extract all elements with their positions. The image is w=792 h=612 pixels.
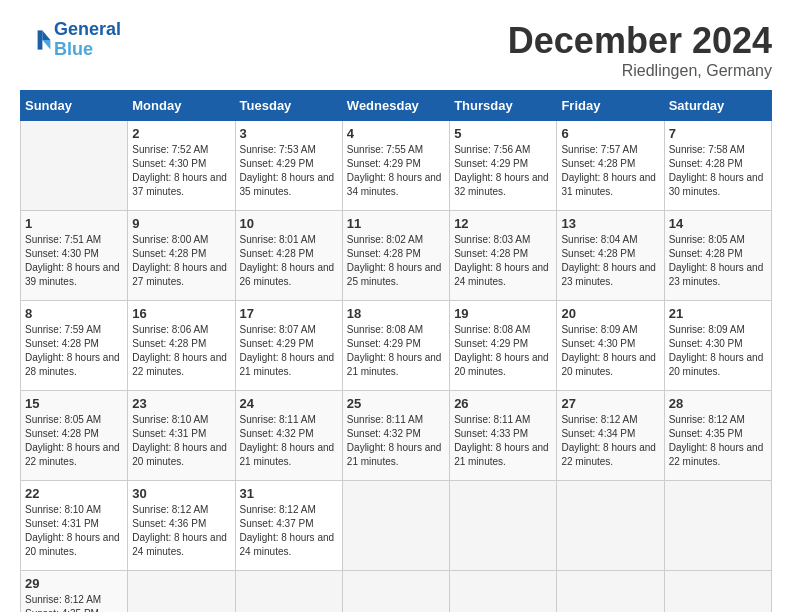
day-info: Sunrise: 7:57 AMSunset: 4:28 PMDaylight:… <box>561 143 659 199</box>
day-info: Sunrise: 7:55 AMSunset: 4:29 PMDaylight:… <box>347 143 445 199</box>
table-row: 17Sunrise: 8:07 AMSunset: 4:29 PMDayligh… <box>235 301 342 391</box>
table-row: 10Sunrise: 8:01 AMSunset: 4:28 PMDayligh… <box>235 211 342 301</box>
day-info: Sunrise: 8:01 AMSunset: 4:28 PMDaylight:… <box>240 233 338 289</box>
table-row <box>664 571 771 613</box>
table-row: 20Sunrise: 8:09 AMSunset: 4:30 PMDayligh… <box>557 301 664 391</box>
day-info: Sunrise: 7:52 AMSunset: 4:30 PMDaylight:… <box>132 143 230 199</box>
table-row: 1Sunrise: 7:51 AMSunset: 4:30 PMDaylight… <box>21 211 128 301</box>
day-number: 5 <box>454 126 552 141</box>
table-row <box>664 481 771 571</box>
day-number: 22 <box>25 486 123 501</box>
day-number: 20 <box>561 306 659 321</box>
table-row: 23Sunrise: 8:10 AMSunset: 4:31 PMDayligh… <box>128 391 235 481</box>
table-row: 11Sunrise: 8:02 AMSunset: 4:28 PMDayligh… <box>342 211 449 301</box>
day-info: Sunrise: 8:12 AMSunset: 4:34 PMDaylight:… <box>561 413 659 469</box>
table-row: 3Sunrise: 7:53 AMSunset: 4:29 PMDaylight… <box>235 121 342 211</box>
day-info: Sunrise: 8:10 AMSunset: 4:31 PMDaylight:… <box>132 413 230 469</box>
table-row <box>557 571 664 613</box>
table-row <box>128 571 235 613</box>
day-info: Sunrise: 7:53 AMSunset: 4:29 PMDaylight:… <box>240 143 338 199</box>
table-row <box>450 481 557 571</box>
header-friday: Friday <box>557 91 664 121</box>
day-number: 7 <box>669 126 767 141</box>
day-info: Sunrise: 8:12 AMSunset: 4:37 PMDaylight:… <box>240 503 338 559</box>
page-header: General Blue December 2024 Riedlingen, G… <box>20 20 772 80</box>
header-monday: Monday <box>128 91 235 121</box>
calendar-table: Sunday Monday Tuesday Wednesday Thursday… <box>20 90 772 612</box>
day-info: Sunrise: 8:03 AMSunset: 4:28 PMDaylight:… <box>454 233 552 289</box>
day-number: 9 <box>132 216 230 231</box>
calendar-row: 22Sunrise: 8:10 AMSunset: 4:31 PMDayligh… <box>21 481 772 571</box>
day-number: 6 <box>561 126 659 141</box>
table-row: 5Sunrise: 7:56 AMSunset: 4:29 PMDaylight… <box>450 121 557 211</box>
day-number: 30 <box>132 486 230 501</box>
header-thursday: Thursday <box>450 91 557 121</box>
svg-marker-3 <box>38 30 43 49</box>
table-row: 16Sunrise: 8:06 AMSunset: 4:28 PMDayligh… <box>128 301 235 391</box>
table-row: 31Sunrise: 8:12 AMSunset: 4:37 PMDayligh… <box>235 481 342 571</box>
day-info: Sunrise: 8:09 AMSunset: 4:30 PMDaylight:… <box>561 323 659 379</box>
calendar-row: 29Sunrise: 8:12 AMSunset: 4:35 PMDayligh… <box>21 571 772 613</box>
day-info: Sunrise: 8:08 AMSunset: 4:29 PMDaylight:… <box>454 323 552 379</box>
table-row <box>450 571 557 613</box>
table-row: 21Sunrise: 8:09 AMSunset: 4:30 PMDayligh… <box>664 301 771 391</box>
day-info: Sunrise: 8:02 AMSunset: 4:28 PMDaylight:… <box>347 233 445 289</box>
day-number: 16 <box>132 306 230 321</box>
day-number: 18 <box>347 306 445 321</box>
day-info: Sunrise: 7:59 AMSunset: 4:28 PMDaylight:… <box>25 323 123 379</box>
day-number: 23 <box>132 396 230 411</box>
table-row: 2Sunrise: 7:52 AMSunset: 4:30 PMDaylight… <box>128 121 235 211</box>
day-number: 10 <box>240 216 338 231</box>
table-row <box>21 121 128 211</box>
day-info: Sunrise: 7:51 AMSunset: 4:30 PMDaylight:… <box>25 233 123 289</box>
table-row <box>557 481 664 571</box>
day-number: 12 <box>454 216 552 231</box>
day-info: Sunrise: 8:11 AMSunset: 4:32 PMDaylight:… <box>347 413 445 469</box>
table-row: 6Sunrise: 7:57 AMSunset: 4:28 PMDaylight… <box>557 121 664 211</box>
day-number: 28 <box>669 396 767 411</box>
day-number: 27 <box>561 396 659 411</box>
day-info: Sunrise: 8:10 AMSunset: 4:31 PMDaylight:… <box>25 503 123 559</box>
day-info: Sunrise: 8:06 AMSunset: 4:28 PMDaylight:… <box>132 323 230 379</box>
table-row: 9Sunrise: 8:00 AMSunset: 4:28 PMDaylight… <box>128 211 235 301</box>
table-row <box>342 481 449 571</box>
day-info: Sunrise: 8:12 AMSunset: 4:35 PMDaylight:… <box>25 593 123 612</box>
day-info: Sunrise: 8:09 AMSunset: 4:30 PMDaylight:… <box>669 323 767 379</box>
day-number: 4 <box>347 126 445 141</box>
day-number: 21 <box>669 306 767 321</box>
logo-general: General <box>54 19 121 39</box>
calendar-row: 15Sunrise: 8:05 AMSunset: 4:28 PMDayligh… <box>21 391 772 481</box>
day-number: 14 <box>669 216 767 231</box>
header-sunday: Sunday <box>21 91 128 121</box>
weekday-header-row: Sunday Monday Tuesday Wednesday Thursday… <box>21 91 772 121</box>
table-row: 28Sunrise: 8:12 AMSunset: 4:35 PMDayligh… <box>664 391 771 481</box>
title-block: December 2024 Riedlingen, Germany <box>508 20 772 80</box>
day-number: 11 <box>347 216 445 231</box>
calendar-row: 8Sunrise: 7:59 AMSunset: 4:28 PMDaylight… <box>21 301 772 391</box>
day-info: Sunrise: 8:00 AMSunset: 4:28 PMDaylight:… <box>132 233 230 289</box>
table-row: 7Sunrise: 7:58 AMSunset: 4:28 PMDaylight… <box>664 121 771 211</box>
table-row: 24Sunrise: 8:11 AMSunset: 4:32 PMDayligh… <box>235 391 342 481</box>
table-row: 22Sunrise: 8:10 AMSunset: 4:31 PMDayligh… <box>21 481 128 571</box>
day-info: Sunrise: 8:05 AMSunset: 4:28 PMDaylight:… <box>25 413 123 469</box>
table-row: 27Sunrise: 8:12 AMSunset: 4:34 PMDayligh… <box>557 391 664 481</box>
logo: General Blue <box>20 20 121 60</box>
location: Riedlingen, Germany <box>508 62 772 80</box>
day-number: 3 <box>240 126 338 141</box>
logo-text: General Blue <box>54 20 121 60</box>
day-number: 2 <box>132 126 230 141</box>
day-number: 24 <box>240 396 338 411</box>
table-row <box>342 571 449 613</box>
table-row: 18Sunrise: 8:08 AMSunset: 4:29 PMDayligh… <box>342 301 449 391</box>
table-row: 12Sunrise: 8:03 AMSunset: 4:28 PMDayligh… <box>450 211 557 301</box>
day-number: 26 <box>454 396 552 411</box>
table-row: 15Sunrise: 8:05 AMSunset: 4:28 PMDayligh… <box>21 391 128 481</box>
header-saturday: Saturday <box>664 91 771 121</box>
table-row <box>235 571 342 613</box>
day-number: 15 <box>25 396 123 411</box>
header-wednesday: Wednesday <box>342 91 449 121</box>
calendar-row: 2Sunrise: 7:52 AMSunset: 4:30 PMDaylight… <box>21 121 772 211</box>
table-row: 19Sunrise: 8:08 AMSunset: 4:29 PMDayligh… <box>450 301 557 391</box>
day-number: 1 <box>25 216 123 231</box>
day-info: Sunrise: 8:04 AMSunset: 4:28 PMDaylight:… <box>561 233 659 289</box>
